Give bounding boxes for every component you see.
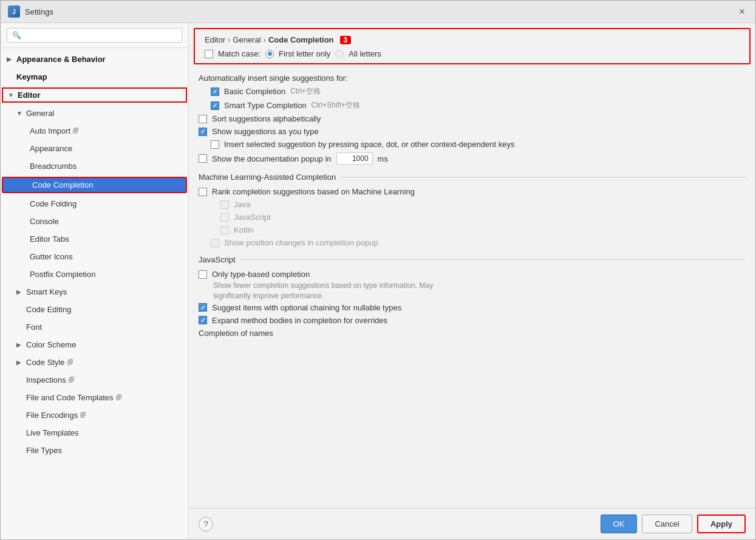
auto-import-label[interactable]: Auto Import 🗐	[1, 124, 188, 138]
file-code-templates-label[interactable]: File and Code Templates 🗐	[1, 391, 188, 405]
show-as-type-checkbox[interactable]	[199, 128, 207, 136]
expand-method-checkbox[interactable]	[199, 316, 207, 324]
appearance-behavior-label[interactable]: ▶ Appearance & Behavior	[1, 52, 188, 66]
optional-chaining-checkbox[interactable]	[199, 303, 207, 312]
all-letters-radio[interactable]	[335, 50, 344, 58]
code-folding-label[interactable]: Code Folding	[1, 197, 188, 211]
sort-alpha-checkbox[interactable]	[199, 115, 207, 123]
right-panel: Editor › General › Code Completion 3 Mat…	[189, 23, 755, 539]
expand-arrow-editor: ▼	[8, 92, 15, 98]
insert-space-dot-label: Insert selected suggestion by pressing s…	[224, 140, 514, 149]
gutter-icons-label[interactable]: Gutter Icons	[1, 250, 188, 264]
tree-item-code-editing[interactable]: Code Editing	[1, 301, 188, 318]
ml-rank-checkbox[interactable]	[199, 188, 207, 196]
tree-item-console[interactable]: Console	[1, 213, 188, 230]
keymap-label[interactable]: Keymap	[1, 70, 188, 84]
first-letter-label: First letter only	[279, 49, 330, 58]
expand-arrow-general: ▼	[16, 110, 24, 117]
smart-completion-checkbox[interactable]	[211, 101, 219, 110]
breadcrumb-general: General	[233, 35, 261, 44]
tree-item-auto-import[interactable]: Auto Import 🗐	[1, 122, 188, 140]
tree-item-appearance[interactable]: Appearance	[1, 140, 188, 157]
file-encodings-label[interactable]: File Encodings 🗐	[1, 408, 188, 422]
auto-insert-row: Automatically insert single suggestions …	[199, 72, 746, 84]
tree-item-live-templates[interactable]: Live Templates	[1, 424, 188, 442]
appearance-label[interactable]: Appearance	[1, 142, 188, 156]
dialog-title: Settings	[25, 7, 53, 16]
ok-button[interactable]: OK	[601, 514, 638, 533]
breadcrumb-current: Code Completion	[268, 35, 334, 44]
tree-item-code-style[interactable]: ▶ Code Style 🗐	[1, 354, 188, 371]
match-case-label: Match case:	[218, 49, 261, 58]
cancel-button[interactable]: Cancel	[642, 514, 692, 533]
show-as-type-label: Show suggestions as you type	[212, 127, 319, 136]
doc-popup-ms-input[interactable]	[336, 152, 373, 165]
bottom-bar: ? OK Cancel Apply	[189, 508, 755, 539]
spacer-inspections	[16, 377, 24, 383]
editor-label[interactable]: ▼ Editor	[2, 87, 187, 103]
inspections-label[interactable]: Inspections 🗐	[1, 373, 188, 387]
postfix-completion-label[interactable]: Postfix Completion	[1, 267, 188, 281]
ml-position-checkbox[interactable]	[211, 239, 219, 247]
all-letters-label: All letters	[349, 49, 381, 58]
sort-alpha-row: Sort suggestions alphabetically	[199, 112, 746, 125]
tree-item-code-completion[interactable]: Code Completion	[1, 175, 188, 195]
general-label[interactable]: ▼ General	[1, 106, 188, 120]
match-case-checkbox[interactable]	[205, 50, 213, 58]
tree-item-file-types[interactable]: File Types	[1, 442, 188, 459]
spacer-code-editing	[16, 306, 24, 313]
ml-rank-row: Rank completion suggestions based on Mac…	[199, 185, 746, 198]
tree-item-editor-tabs[interactable]: Editor Tabs	[1, 230, 188, 248]
ml-rank-label: Rank completion suggestions based on Mac…	[212, 187, 415, 196]
ml-divider-line	[341, 177, 746, 177]
tree-item-smart-keys[interactable]: ▶ Smart Keys	[1, 283, 188, 301]
tree-item-editor[interactable]: ▼ Editor	[1, 86, 188, 104]
live-templates-label[interactable]: Live Templates	[1, 426, 188, 440]
breadcrumbs-label[interactable]: Breadcrumbs	[1, 159, 188, 173]
show-doc-popup-checkbox[interactable]	[199, 154, 207, 163]
tree-item-general[interactable]: ▼ General	[1, 104, 188, 122]
console-label[interactable]: Console	[1, 214, 188, 228]
tree-item-keymap[interactable]: Keymap	[1, 68, 188, 86]
tree-item-font[interactable]: Font	[1, 318, 188, 336]
js-divider-line	[240, 259, 746, 260]
ml-section-divider: Machine Learning-Assisted Completion	[199, 173, 746, 182]
close-button[interactable]: ✕	[736, 5, 748, 18]
tree-item-breadcrumbs[interactable]: Breadcrumbs	[1, 157, 188, 175]
basic-completion-row: Basic Completion Ctrl+空格	[199, 84, 746, 98]
code-editing-label[interactable]: Code Editing	[1, 302, 188, 316]
ml-java-checkbox[interactable]	[220, 200, 229, 209]
font-label[interactable]: Font	[1, 320, 188, 334]
tree-item-code-folding[interactable]: Code Folding	[1, 195, 188, 213]
fe-icon: 🗐	[80, 412, 86, 419]
ml-kotlin-row: Kotlin	[199, 224, 746, 236]
basic-shortcut: Ctrl+空格	[290, 86, 321, 97]
tree-item-file-code-templates[interactable]: File and Code Templates 🗐	[1, 389, 188, 406]
ml-js-checkbox[interactable]	[220, 213, 229, 222]
tree-item-file-encodings[interactable]: File Encodings 🗐	[1, 406, 188, 424]
apply-button[interactable]: Apply	[697, 514, 746, 533]
settings-dialog: J Settings ✕ ▶ Appearance & Behavior	[0, 0, 756, 540]
tree-item-gutter-icons[interactable]: Gutter Icons	[1, 248, 188, 265]
first-letter-radio[interactable]	[265, 50, 274, 58]
js-type-based-checkbox[interactable]	[199, 270, 207, 279]
insert-space-dot-checkbox[interactable]	[211, 140, 219, 149]
tree-item-appearance-behavior[interactable]: ▶ Appearance & Behavior	[1, 50, 188, 68]
search-input[interactable]	[7, 28, 182, 43]
tree-item-inspections[interactable]: Inspections 🗐	[1, 371, 188, 389]
breadcrumb-area: Editor › General › Code Completion 3 Mat…	[194, 28, 751, 64]
smart-keys-label[interactable]: ▶ Smart Keys	[1, 285, 188, 299]
color-scheme-label[interactable]: ▶ Color Scheme	[1, 338, 188, 352]
editor-tabs-label[interactable]: Editor Tabs	[1, 232, 188, 246]
tree-item-postfix-completion[interactable]: Postfix Completion	[1, 265, 188, 283]
tree-item-color-scheme[interactable]: ▶ Color Scheme	[1, 336, 188, 354]
title-bar-left: J Settings	[8, 5, 53, 18]
code-completion-label[interactable]: Code Completion	[2, 177, 187, 193]
file-types-label[interactable]: File Types	[1, 443, 188, 457]
ml-kotlin-checkbox[interactable]	[220, 226, 229, 234]
ml-position-row: Show position changes in completion popu…	[199, 236, 746, 249]
code-style-label[interactable]: ▶ Code Style 🗐	[1, 355, 188, 369]
help-button[interactable]: ?	[199, 517, 213, 531]
ms-unit-label: ms	[378, 154, 388, 163]
basic-completion-checkbox[interactable]	[211, 87, 219, 96]
